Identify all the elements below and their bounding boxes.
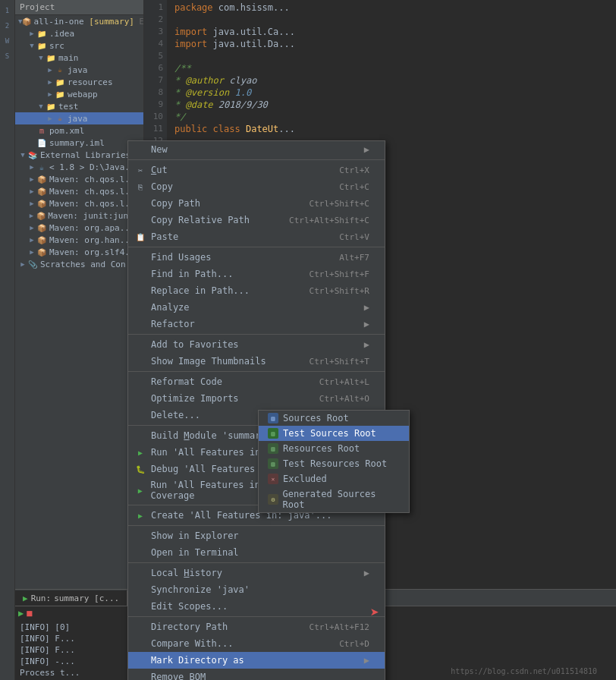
menu-reformat-label: Reformat Code bbox=[151, 376, 222, 387]
explorer-icon bbox=[134, 530, 146, 542]
tree-item-idea[interactable]: ▶ 📁 .idea bbox=[15, 27, 143, 39]
submenu-arrow: ▶ bbox=[364, 568, 369, 578]
menu-cut[interactable]: ✂ Cut Ctrl+X bbox=[128, 162, 385, 178]
menu-replace-path-shortcut: Ctrl+Shift+R bbox=[310, 286, 369, 296]
menu-show-explorer-label: Show in Explorer bbox=[151, 530, 239, 541]
tree-item-resources[interactable]: ▶ 📁 resources bbox=[15, 76, 143, 88]
menu-edit-scopes[interactable]: Edit Scopes... bbox=[128, 598, 385, 615]
compare-icon bbox=[134, 638, 146, 650]
tree-arrow: ▼ bbox=[18, 151, 27, 159]
menu-compare-shortcut: Ctrl+D bbox=[339, 639, 369, 649]
submenu-test-sources-root-label: Test Sources Root bbox=[283, 428, 376, 439]
tree-item-summary-iml[interactable]: ▶ 📄 summary.iml bbox=[15, 137, 143, 149]
tree-item-maven2[interactable]: ▶ 📦 Maven: ch.qos.l... bbox=[15, 185, 143, 197]
favorites-icon[interactable]: 2 bbox=[2, 20, 14, 32]
tree-item-maven1[interactable]: ▶ 📦 Maven: ch.qos.l... bbox=[15, 173, 143, 185]
menu-refactor-label: Refactor bbox=[151, 319, 195, 329]
menu-analyze[interactable]: Analyze ▶ bbox=[128, 299, 385, 316]
menu-compare-with[interactable]: Compare With... Ctrl+D bbox=[128, 635, 385, 652]
tree-item-test-java[interactable]: ▶ ☕ java bbox=[15, 112, 143, 124]
tree-item-scratches[interactable]: ▶ 📎 Scratches and Con... bbox=[15, 258, 143, 270]
folder-icon: 📁 bbox=[36, 28, 47, 39]
tree-item-maven6[interactable]: ▶ 📦 Maven: org.han... bbox=[15, 234, 143, 246]
submenu-sources-root[interactable]: ▤ Sources Root bbox=[259, 411, 409, 426]
tree-item-jdk[interactable]: ▶ ☕ < 1.8 > D:\Java... bbox=[15, 161, 143, 173]
menu-find-usages[interactable]: Find Usages Alt+F7 bbox=[128, 249, 385, 266]
tree-item-main[interactable]: ▼ 📁 main bbox=[15, 52, 143, 64]
menu-paste[interactable]: 📋 Paste Ctrl+V bbox=[128, 228, 385, 245]
tree-arrow: ▶ bbox=[27, 163, 36, 171]
menu-dir-path-shortcut: Ctrl+Alt+F12 bbox=[310, 622, 369, 632]
tree-arrow: ▶ bbox=[46, 78, 55, 86]
menu-new[interactable]: New ▶ bbox=[128, 141, 385, 158]
maven-icon: 📦 bbox=[36, 210, 46, 221]
tree-item-maven3[interactable]: ▶ 📦 Maven: ch.qos.l... bbox=[15, 197, 143, 209]
menu-optimize[interactable]: Optimize Imports Ctrl+Alt+O bbox=[128, 390, 385, 407]
menu-reformat[interactable]: Reformat Code Ctrl+Alt+L bbox=[128, 373, 385, 390]
separator bbox=[128, 525, 385, 526]
tree-arrow: ▶ bbox=[27, 212, 36, 219]
menu-replace-path-label: Replace in Path... bbox=[151, 285, 250, 296]
tree-arrow: ▶ bbox=[27, 187, 36, 195]
tree-item-ext-libs[interactable]: ▼ 📚 External Libraries bbox=[15, 149, 143, 161]
tree-item-allinone[interactable]: ▼ 📦 all-in-one [summary] E:\others\all bbox=[15, 15, 143, 27]
menu-local-history-label: Local History bbox=[151, 568, 222, 578]
menu-synchronize[interactable]: Synchronize 'java' bbox=[128, 581, 385, 598]
menu-analyze-label: Analyze bbox=[151, 302, 190, 313]
menu-directory-path[interactable]: Directory Path Ctrl+Alt+F12 bbox=[128, 619, 385, 635]
web-icon[interactable]: W bbox=[2, 35, 14, 47]
tree-item-test[interactable]: ▼ 📁 test bbox=[15, 100, 143, 112]
menu-copy[interactable]: ⎘ Copy Ctrl+C bbox=[128, 178, 385, 195]
tree-arrow: ▶ bbox=[46, 90, 55, 98]
tree-item-maven4[interactable]: ▶ 📦 Maven: junit:jun... bbox=[15, 209, 143, 222]
run-tab[interactable]: ▶ Run: summary [c... bbox=[15, 590, 127, 606]
tree-item-pom[interactable]: ▶ m pom.xml bbox=[15, 124, 143, 137]
tree-item-maven5[interactable]: ▶ 📦 Maven: org.apa... bbox=[15, 222, 143, 234]
submenu-generated-sources-label: Generated Sources Root bbox=[283, 489, 400, 510]
menu-mark-directory[interactable]: Mark Directory as ▶ bbox=[128, 652, 385, 669]
tree-label: Maven: ch.qos.l... bbox=[49, 187, 140, 197]
tree-arrow: ▶ bbox=[27, 175, 36, 183]
menu-show-explorer[interactable]: Show in Explorer bbox=[128, 527, 385, 544]
tree-item-src[interactable]: ▼ 📁 src bbox=[15, 39, 143, 52]
project-icon[interactable]: 1 bbox=[2, 5, 14, 17]
arrow-indicator: ➤ bbox=[370, 603, 379, 622]
paste-icon: 📋 bbox=[134, 231, 146, 243]
tree-item-maven7[interactable]: ▶ 📦 Maven: org.slf4... bbox=[15, 246, 143, 258]
menu-find-usages-label: Find Usages bbox=[151, 252, 211, 263]
menu-remove-bom[interactable]: Remove BOM bbox=[128, 669, 385, 680]
menu-copy-relative[interactable]: Copy Relative Path Ctrl+Alt+Shift+C bbox=[128, 212, 385, 228]
submenu-arrow: ▶ bbox=[364, 339, 369, 350]
tree-item-webapp[interactable]: ▶ 📁 webapp bbox=[15, 88, 143, 100]
run-stop-btn[interactable]: ■ bbox=[27, 608, 32, 619]
menu-mark-directory-label: Mark Directory as bbox=[151, 655, 244, 666]
submenu-test-resources-root[interactable]: ▤ Test Resources Root bbox=[259, 456, 409, 471]
folder-icon: 📁 bbox=[55, 77, 65, 87]
submenu-resources-root[interactable]: ▤ Resources Root bbox=[259, 441, 409, 456]
menu-local-history[interactable]: Local History ▶ bbox=[128, 565, 385, 581]
run-play-btn[interactable]: ▶ bbox=[18, 608, 24, 619]
menu-add-favorites[interactable]: Add to Favorites ▶ bbox=[128, 336, 385, 353]
tree-item-main-java[interactable]: ▶ ☕ java bbox=[15, 64, 143, 76]
menu-copy-path[interactable]: Copy Path Ctrl+Shift+C bbox=[128, 195, 385, 212]
tree-label: .idea bbox=[49, 29, 74, 39]
run-tab-label: Run: bbox=[31, 593, 52, 603]
menu-remove-bom-label: Remove BOM bbox=[151, 672, 206, 680]
submenu-generated-sources[interactable]: ⚙ Generated Sources Root bbox=[259, 486, 409, 512]
submenu-test-sources-root[interactable]: ▤ Test Sources Root bbox=[259, 426, 409, 441]
test-sources-root-icon: ▤ bbox=[268, 428, 278, 439]
resources-root-icon: ▤ bbox=[268, 443, 278, 454]
menu-open-terminal[interactable]: Open in Terminal bbox=[128, 544, 385, 561]
menu-refactor[interactable]: Refactor ▶ bbox=[128, 316, 385, 332]
menu-find-path[interactable]: Find in Path... Ctrl+Shift+F bbox=[128, 266, 385, 282]
menu-show-thumbnails[interactable]: Show Image Thumbnails Ctrl+Shift+T bbox=[128, 353, 385, 370]
structure-icon[interactable]: S bbox=[2, 50, 14, 62]
menu-cut-shortcut: Ctrl+X bbox=[339, 165, 369, 175]
tree-label: Maven: ch.qos.l... bbox=[49, 175, 140, 184]
menu-replace-path[interactable]: Replace in Path... Ctrl+Shift+R bbox=[128, 282, 385, 299]
submenu-arrow: ▶ bbox=[364, 302, 369, 313]
create-icon: ▶ bbox=[134, 509, 146, 521]
submenu-excluded[interactable]: ✕ Excluded bbox=[259, 471, 409, 486]
menu-cut-label: Cut bbox=[151, 165, 168, 175]
tree-arrow: ▼ bbox=[36, 102, 46, 110]
